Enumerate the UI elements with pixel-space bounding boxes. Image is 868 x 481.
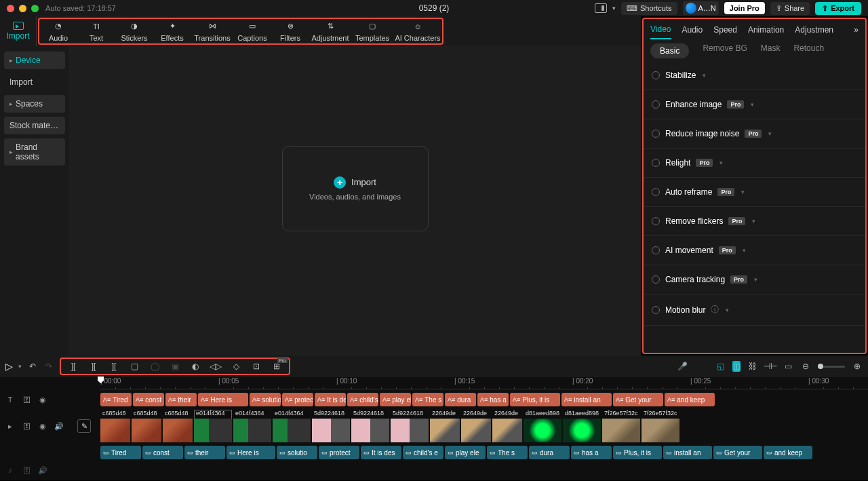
subtitle-clip[interactable]: ▭Tired <box>100 446 141 459</box>
maximize-window-icon[interactable] <box>31 5 39 12</box>
video-clip[interactable]: 5d9224618 <box>312 410 350 442</box>
tab-video[interactable]: Video <box>650 24 671 39</box>
export-button[interactable]: ⇧Export <box>815 2 861 15</box>
radio-icon[interactable] <box>652 188 660 196</box>
radio-icon[interactable] <box>652 130 660 138</box>
prop-enhance-image[interactable]: Enhance imagePro▾ <box>644 90 865 119</box>
text-clip[interactable]: A≡their <box>165 393 197 406</box>
lock-icon[interactable]: ⚿ <box>22 396 31 404</box>
text-clip[interactable]: A≡const <box>133 393 164 406</box>
prop-camera-tracking[interactable]: Camera trackingPro▾ <box>644 265 865 294</box>
video-clip[interactable]: c685d48 <box>100 410 130 442</box>
crop-icon[interactable]: ⊡ <box>251 361 262 372</box>
subtab-basic[interactable]: Basic <box>650 43 689 58</box>
chevron-down-icon[interactable]: ▾ <box>754 276 757 283</box>
sidebar-item-import[interactable]: Import <box>4 73 65 91</box>
video-clip[interactable]: 22649de <box>461 410 491 442</box>
video-clip[interactable]: e014f4364 <box>194 410 232 442</box>
prop-auto-reframe[interactable]: Auto reframePro▾ <box>644 178 865 207</box>
ribbon-transitions[interactable]: ⋈Transitions <box>191 19 233 43</box>
chevron-down-icon[interactable]: ▾ <box>751 101 754 108</box>
join-pro-button[interactable]: Join Pro <box>724 2 765 14</box>
chevron-down-icon[interactable]: ▾ <box>743 247 746 254</box>
ribbon-ai-characters[interactable]: ☺AI Characters <box>393 19 442 43</box>
chevron-down-icon[interactable]: ▾ <box>726 307 729 313</box>
undo-icon[interactable]: ↶ <box>27 361 38 372</box>
text-clip[interactable]: A≡The s <box>412 393 443 406</box>
text-clip[interactable]: A≡child's e <box>347 393 378 406</box>
subtitle-clip[interactable]: ▭and keep <box>764 446 812 459</box>
tab-speed[interactable]: Speed <box>713 25 737 35</box>
prop-reduce-image-noise[interactable]: Reduce image noisePro▾ <box>644 119 865 149</box>
subtab-mask[interactable]: Mask <box>761 43 781 58</box>
video-clip[interactable]: e014f4364 <box>273 410 311 442</box>
prop-ai-movement[interactable]: AI movementPro▾ <box>644 236 865 265</box>
subtitle-clip[interactable]: ▭const <box>142 446 183 459</box>
video-clip[interactable]: d81aeed898 <box>563 410 601 442</box>
subtitle-clip[interactable]: ▭protect <box>319 446 359 459</box>
info-icon[interactable]: ⓘ <box>711 304 719 315</box>
radio-icon[interactable] <box>652 246 660 254</box>
speaker-icon[interactable]: 🔊 <box>38 466 47 475</box>
text-clip[interactable]: A≡Plus, it is <box>510 393 560 406</box>
video-clip[interactable]: 5d9224618 <box>351 410 389 442</box>
prop-stabilize[interactable]: Stabilize▾ <box>644 61 865 90</box>
reverse-icon[interactable]: ◐ <box>190 361 201 372</box>
prop-remove-flickers[interactable]: Remove flickersPro▾ <box>644 207 865 236</box>
eye-icon[interactable]: ◉ <box>38 422 47 431</box>
text-clip[interactable]: A≡and keep <box>665 393 715 406</box>
prop-motion-blur[interactable]: Motion blurⓘ▾ <box>644 294 865 326</box>
subtitle-clip[interactable]: ▭dura <box>529 446 570 459</box>
share-button[interactable]: ⇪Share <box>770 2 810 15</box>
zoom-in-icon[interactable]: ⊕ <box>852 361 863 372</box>
ribbon-stickers[interactable]: ◑Stickers <box>115 19 153 43</box>
tab-adjustment[interactable]: Adjustmen <box>795 25 833 35</box>
ribbon-effects[interactable]: ✦Effects <box>153 19 191 43</box>
track-mode1-icon[interactable]: ◱ <box>715 361 726 372</box>
tab-animation[interactable]: Animation <box>748 25 784 35</box>
close-window-icon[interactable] <box>7 5 14 12</box>
text-clip[interactable]: A≡dura <box>445 393 476 406</box>
freeze-icon[interactable]: ▣ <box>170 361 180 372</box>
ai-tools-icon[interactable]: ⊞Pro <box>271 361 282 372</box>
subtitle-clip[interactable]: ▭their <box>184 446 225 459</box>
more-tabs-icon[interactable]: » <box>854 25 859 35</box>
lock-icon[interactable]: ⚿ <box>22 466 31 474</box>
mirror-icon[interactable]: ◁▷ <box>210 361 221 372</box>
eye-icon[interactable]: ◉ <box>38 396 47 404</box>
chevron-down-icon[interactable]: ▾ <box>703 72 706 79</box>
video-clip[interactable]: e014f4364 <box>233 410 271 442</box>
rotate-icon[interactable]: ◇ <box>231 361 241 372</box>
subtitle-clip[interactable]: ▭child's e <box>403 446 443 459</box>
sidebar-item-brand[interactable]: ▸Brand assets <box>4 138 65 166</box>
sidebar-item-stock[interactable]: Stock mate… <box>4 117 65 134</box>
layout-icon[interactable] <box>595 3 607 13</box>
radio-icon[interactable] <box>652 275 660 284</box>
split-icon[interactable]: ]​[ <box>68 361 79 372</box>
import-tab[interactable]: Import <box>0 16 37 46</box>
delete-icon[interactable]: ▢ <box>129 361 140 372</box>
radio-icon[interactable] <box>652 306 660 314</box>
shortcuts-button[interactable]: ⌨Shortcuts <box>621 2 677 15</box>
sidebar-item-device[interactable]: ▸Device <box>4 52 65 69</box>
speed-icon[interactable]: ◯ <box>149 361 160 372</box>
preview-icon[interactable]: ▭ <box>783 361 793 372</box>
video-clip[interactable]: 22649de <box>430 410 460 442</box>
edit-track-button[interactable]: ✎ <box>77 419 91 433</box>
radio-icon[interactable] <box>652 71 660 79</box>
trim-left-icon[interactable]: ]​[ <box>88 361 99 372</box>
text-clip[interactable]: A≡has a <box>477 393 509 406</box>
tab-audio[interactable]: Audio <box>682 25 703 35</box>
text-clip[interactable]: A≡play ele <box>380 393 411 406</box>
video-clip[interactable]: d81aeed898 <box>524 410 561 442</box>
radio-icon[interactable] <box>652 217 660 225</box>
text-clip[interactable]: A≡install an <box>561 393 612 406</box>
subtitle-clip[interactable]: ▭It is des <box>361 446 401 459</box>
layout-chevron-icon[interactable]: ▾ <box>612 5 616 12</box>
drop-zone[interactable]: + Import Videos, audios, and images <box>282 146 429 231</box>
time-ruler[interactable]: | 00:00| 00:05| 00:10| 00:15| 00:20| 00:… <box>100 377 868 389</box>
ribbon-templates[interactable]: ▢Templates <box>351 19 393 43</box>
video-clip[interactable]: 7f26e57f32c <box>602 410 640 442</box>
zoom-out-icon[interactable]: ⊖ <box>800 361 811 372</box>
zoom-slider[interactable] <box>818 366 845 368</box>
